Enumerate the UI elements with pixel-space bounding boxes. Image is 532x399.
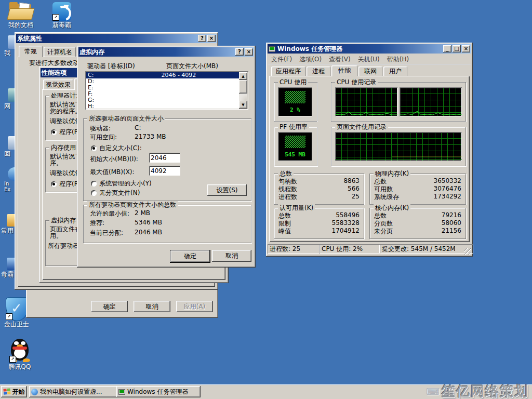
close-icon[interactable]: ×	[245, 48, 253, 56]
tab-networking[interactable]: 联网	[358, 66, 382, 76]
qq-penguin-icon: ➚	[9, 338, 30, 363]
keyboard-icon: ⌨	[426, 386, 440, 397]
radio-custom-size[interactable]: 自定义大小(C):	[91, 144, 142, 153]
drive-row[interactable]: G:	[86, 97, 239, 103]
cpu-history-graph-1	[335, 87, 397, 116]
watermark: ⌨ 笙亿网络策划	[426, 382, 529, 399]
tab-visual-effects[interactable]: 视觉效果	[43, 79, 73, 90]
menu-view[interactable]: 查看(V)	[329, 55, 351, 64]
task-manager-titlebar: Windows 任务管理器	[268, 44, 471, 54]
status-processes: 进程数: 25	[268, 244, 320, 254]
xinduba-icon: ➚	[52, 2, 71, 21]
listbox-scrollbar[interactable]: ▲ ▼	[239, 72, 247, 109]
tab-performance[interactable]: 性能	[331, 65, 357, 76]
virtual-memory-dialog: 虚拟内存 ? × 驱动器 [卷标](D) 页面文件大小(MB) C: 2046 …	[77, 46, 256, 268]
radio-programs-p[interactable]: 程序(P)	[51, 128, 81, 137]
taskbar-task-browser[interactable]: 我的电脑如何设置虚...	[29, 386, 118, 397]
shield-icon: ✓ ➚	[6, 297, 28, 320]
tab-computer-name[interactable]: 计算机名	[44, 47, 76, 57]
window-title: 性能选项	[42, 69, 66, 77]
all-drives-total-group: 所有驱动器页面文件大小的总数 允许的最小值: 2 MB 推荐: 5346 MB …	[83, 205, 251, 243]
radio-icon	[51, 181, 57, 187]
radio-icon	[51, 129, 57, 135]
pagefile-history-group: 页面文件使用记录	[331, 127, 466, 166]
window-title: Windows 任务管理器	[277, 45, 342, 54]
menu-help[interactable]: 帮助(H)	[387, 55, 409, 64]
task-manager-icon	[118, 389, 125, 395]
pf-usage-gauge: 545 MB	[278, 132, 312, 161]
my-documents-folder-icon	[8, 2, 33, 21]
drive-row[interactable]: H:	[86, 103, 239, 109]
desktop-icon-xinduba[interactable]: ➚ 新毒霸	[46, 2, 78, 30]
taskbar-task-taskmgr[interactable]: Windows 任务管理器	[116, 386, 201, 397]
cpu-usage-gauge: 2 %	[278, 87, 312, 116]
radio-system-managed[interactable]: 系统管理的大小(Y)	[91, 179, 152, 188]
ok-button[interactable]: 确定	[91, 301, 128, 312]
scroll-down-icon[interactable]: ▼	[239, 101, 247, 109]
cpu-history-group: CPU 使用记录	[331, 82, 466, 122]
shortcut-arrow-icon: ➚	[6, 313, 12, 320]
status-bar: 进程数: 25 CPU 使用: 2% 提交更改: 545M / 5452M	[268, 244, 471, 255]
desktop-icon-qq[interactable]: ➚ 腾讯QQ	[4, 338, 35, 371]
desktop-icon-label: 我的文档	[3, 21, 38, 30]
virtual-memory-titlebar: 虚拟内存	[78, 47, 254, 57]
scrollbar-thumb[interactable]	[239, 80, 247, 94]
pf-usage-group: PF 使用率 545 MB	[274, 127, 317, 166]
column-header-drive: 驱动器 [卷标](D)	[87, 62, 135, 71]
cpu-history-graph-2	[400, 87, 462, 116]
drive-row-selected[interactable]: C: 2046 - 4092	[86, 72, 239, 78]
status-cpu: CPU 使用: 2%	[320, 244, 380, 254]
tab-users[interactable]: 用户	[383, 66, 407, 76]
desktop-icon-my-documents[interactable]: 我的文档	[3, 2, 38, 30]
radio-icon	[91, 190, 97, 196]
space-value: 21733 MB	[135, 133, 166, 140]
drive-row[interactable]: E:	[86, 85, 239, 91]
drive-row[interactable]: F:	[86, 91, 239, 97]
cancel-button[interactable]: 取消	[212, 250, 251, 262]
close-icon[interactable]: ×	[462, 45, 470, 52]
kernel-memory-group: 核心内存(K) 总数79216 分页数58060 未分页21156	[369, 208, 466, 239]
scroll-up-icon[interactable]: ▲	[239, 72, 247, 80]
performance-tab-page: CPU 使用 2 % CPU 使用记录	[269, 76, 470, 242]
desktop: 我的文档 ➚ 新毒霸 我 网 回 In Ex 常用 毒霸	[0, 0, 532, 399]
shortcut-arrow-icon: ➚	[9, 356, 16, 363]
ok-button[interactable]: 确定	[170, 250, 210, 263]
window-title: 系统属性	[17, 34, 42, 43]
drive-listbox[interactable]: C: 2046 - 4092 D: E: F: G: H: ▲ ▼	[85, 71, 248, 110]
resize-grip[interactable]	[464, 248, 471, 255]
tab-applications[interactable]: 应用程序	[271, 66, 305, 76]
maximize-icon[interactable]: □	[453, 45, 461, 52]
drive-row[interactable]: D:	[86, 78, 239, 85]
tab-processes[interactable]: 进程	[307, 66, 330, 76]
menu-options[interactable]: 选项(O)	[299, 55, 322, 64]
menu-file[interactable]: 文件(F)	[271, 55, 292, 64]
pagefile-history-graph	[335, 132, 462, 161]
selected-drive-group: 所选驱动器的页面文件大小 驱动器: C: 可用空间: 21733 MB 自定义大…	[83, 118, 251, 201]
start-button[interactable]: 开始	[1, 386, 27, 397]
watermark-text: 笙亿网络策划	[442, 382, 529, 399]
windows-flag-icon	[3, 388, 11, 395]
commit-charge-group: 认可用量(K) 总数558496 限制5583328 峰值1704912	[274, 208, 364, 239]
cancel-button[interactable]: 取消	[134, 301, 170, 312]
initial-size-input[interactable]	[149, 153, 180, 163]
physical-memory-group: 物理内存(K) 总数3650332 可用数3076476 系统缓存1734292	[369, 174, 466, 205]
close-icon[interactable]: ×	[207, 35, 216, 42]
apply-button[interactable]: 应用(A)	[176, 301, 213, 312]
desktop-icon-label: 新毒霸	[46, 21, 78, 30]
radio-icon	[91, 145, 97, 151]
task-manager-window: Windows 任务管理器 _ □ × 文件(F) 选项(O) 查看(V) 关机…	[266, 43, 473, 257]
help-icon[interactable]: ?	[235, 48, 244, 56]
cpu-usage-group: CPU 使用 2 %	[274, 82, 317, 122]
set-button[interactable]: 设置(S)	[207, 184, 247, 196]
totals-group: 总数 句柄数8863 线程数566 进程数25	[274, 174, 364, 205]
tab-general[interactable]: 常规	[19, 46, 43, 57]
drive-value: C:	[135, 124, 141, 131]
radio-no-paging[interactable]: 无分页文件(N)	[91, 189, 140, 197]
browser-icon	[31, 389, 38, 395]
task-manager-icon	[269, 46, 275, 52]
menu-shutdown[interactable]: 关机(U)	[358, 55, 380, 64]
radio-icon	[91, 181, 97, 187]
help-icon[interactable]: ?	[198, 35, 206, 42]
minimize-icon[interactable]: _	[443, 45, 451, 52]
max-size-input[interactable]	[149, 166, 180, 176]
